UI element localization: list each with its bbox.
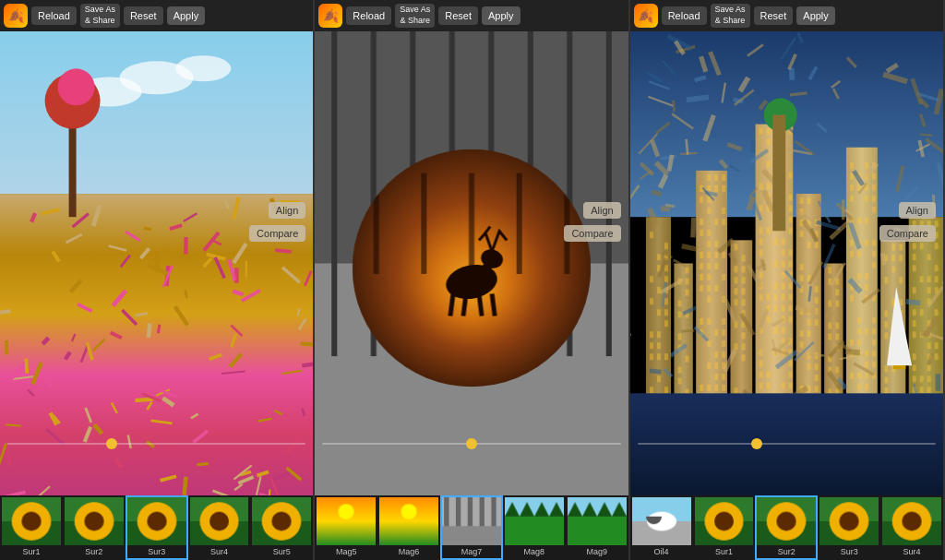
panel-2: 🍂 Reload Save As & Share Reset Apply Ali… [315,0,629,560]
main-image-2 [315,31,628,495]
thumb-label-Mag6: Mag6 [399,545,420,558]
thumb-label-Sur1b: Sur1 [715,545,733,558]
thumb-Sur1b[interactable]: Sur1 [693,495,756,560]
thumb-img-Sur3 [127,497,186,545]
thumb-img-Oil4 [632,497,691,545]
align-button-2[interactable]: Align [583,202,620,219]
thumb-label-Sur1: Sur1 [22,545,40,558]
main-image-3 [630,31,943,495]
thumb-Sur1[interactable]: Sur1 [0,495,63,560]
thumb-img-Sur4 [190,497,249,545]
thumb-Sur3b[interactable]: Sur3 [818,495,880,560]
thumb-img-Sur2 [65,497,124,545]
thumb-img-Mag8 [505,497,564,545]
compare-button-1[interactable]: Compare [249,225,305,242]
thumb-img-Sur1 [2,497,61,545]
thumb-Sur4[interactable]: Sur4 [188,495,251,560]
main-image-1 [0,31,313,495]
align-button-1[interactable]: Align [269,202,305,219]
app-logo-1: 🍂 [4,4,28,28]
panel-3: 🍂 Reload Save As & Share Reset Apply Ali… [630,0,945,560]
reset-button-3[interactable]: Reset [754,6,794,25]
panel-1: 🍂 Reload Save As & Share Reset Apply Ali… [0,0,315,560]
save-button-2[interactable]: Save As & Share [395,4,435,27]
thumb-Oil4[interactable]: Oil4 [630,495,693,560]
thumb-label-Sur2: Sur2 [85,545,102,558]
thumb-Sur2[interactable]: Sur2 [63,495,126,560]
image-area-3: Align Compare [630,31,943,495]
compare-button-3[interactable]: Compare [879,225,936,242]
thumb-Sur4b[interactable]: Sur4 [880,495,943,560]
image-area-1: Align Compare [0,31,313,495]
compare-button-2[interactable]: Compare [564,225,620,242]
app-logo-3: 🍂 [634,4,658,28]
apply-button-3[interactable]: Apply [796,6,835,25]
thumbnail-strip-2: Mag5 Mag6 Mag7 Mag8 Mag9 [315,495,628,560]
thumbnail-strip-1: Sur1 Sur2 Sur3 Sur4 Sur5 [0,495,313,560]
thumb-img-Sur1b [695,497,754,545]
reload-button-3[interactable]: Reload [662,6,707,25]
thumb-label-Oil4: Oil4 [654,545,669,558]
reset-button-1[interactable]: Reset [124,6,163,25]
save-button-3[interactable]: Save As & Share [711,4,750,27]
slider-track-3[interactable] [638,443,936,445]
slider-track-1[interactable] [7,443,305,445]
thumb-img-Mag9 [568,497,627,545]
thumb-Mag6[interactable]: Mag6 [377,495,440,560]
slider-thumb-1[interactable] [106,438,117,449]
toolbar-1: 🍂 Reload Save As & Share Reset Apply [0,0,313,31]
thumb-img-Sur5 [252,497,311,545]
image-area-2: Align Compare [315,31,628,495]
thumb-label-Sur4b: Sur4 [903,545,921,558]
thumb-Sur5[interactable]: Sur5 [250,495,313,560]
align-button-3[interactable]: Align [899,202,936,219]
thumb-Mag9[interactable]: Mag9 [566,495,628,560]
thumb-Mag7[interactable]: Mag7 [440,495,503,560]
slider-thumb-3[interactable] [751,438,762,449]
thumb-img-Mag7 [442,497,501,545]
save-button-1[interactable]: Save As & Share [80,4,120,27]
thumb-label-Sur3b: Sur3 [841,545,858,558]
thumb-label-Mag9: Mag9 [586,545,607,558]
slider-area-3 [630,443,943,445]
thumb-img-Sur2b [757,497,816,545]
thumb-Sur2b[interactable]: Sur2 [755,495,818,560]
thumb-img-Mag5 [317,497,376,545]
toolbar-2: 🍂 Reload Save As & Share Reset Apply [315,0,628,31]
thumb-label-Sur5: Sur5 [273,545,291,558]
app-logo-2: 🍂 [318,4,342,28]
thumb-Sur3[interactable]: Sur3 [126,495,188,560]
apply-button-1[interactable]: Apply [167,6,206,25]
slider-area-1 [0,443,313,445]
slider-track-2[interactable] [322,443,620,445]
thumb-label-Mag5: Mag5 [336,545,357,558]
thumb-label-Sur4: Sur4 [210,545,228,558]
toolbar-3: 🍂 Reload Save As & Share Reset Apply [630,0,943,31]
thumb-Mag5[interactable]: Mag5 [315,495,377,560]
thumb-label-Mag7: Mag7 [461,545,483,558]
slider-thumb-2[interactable] [466,438,477,449]
thumb-label-Sur2b: Sur2 [778,545,795,558]
apply-button-2[interactable]: Apply [482,6,520,25]
thumb-Mag8[interactable]: Mag8 [503,495,566,560]
thumb-img-Mag6 [379,497,438,545]
thumb-label-Mag8: Mag8 [524,545,545,558]
thumb-img-Sur3b [819,497,879,545]
slider-area-2 [315,443,628,445]
reload-button-1[interactable]: Reload [31,6,77,25]
thumbnail-strip-3: Oil4 Sur1 Sur2 Sur3 Sur4 [630,495,943,560]
thumb-label-Sur3: Sur3 [148,545,165,558]
reload-button-2[interactable]: Reload [346,6,391,25]
reset-button-2[interactable]: Reset [438,6,478,25]
thumb-img-Sur4b [882,497,941,545]
